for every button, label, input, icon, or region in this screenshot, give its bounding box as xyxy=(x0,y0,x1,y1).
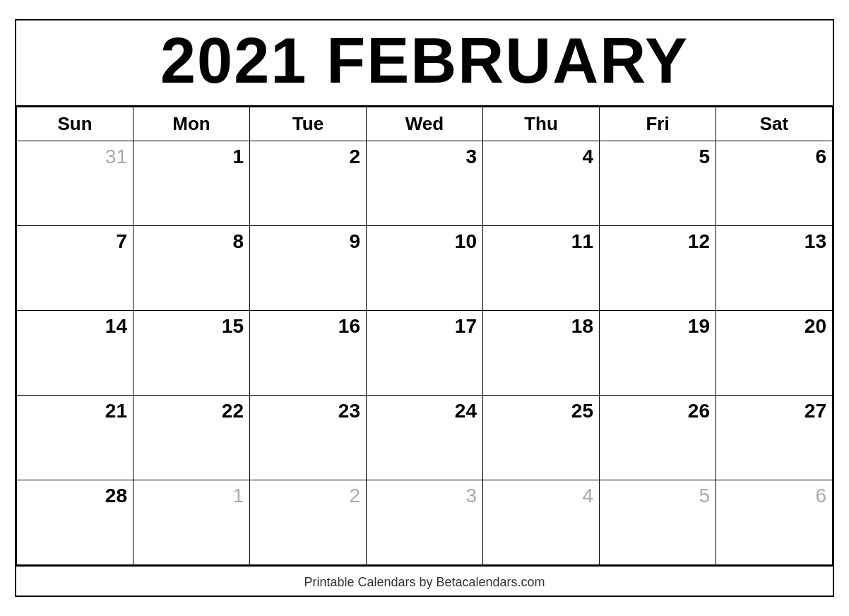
calendar-day-cell: 23 xyxy=(250,395,367,480)
calendar-title: 2021 FEBRUARY xyxy=(16,20,833,107)
calendar-day-cell: 7 xyxy=(17,225,133,310)
calendar-week-row: 78910111213 xyxy=(17,225,833,310)
weekday-header-tue: Tue xyxy=(250,107,367,141)
calendar-day-cell: 1 xyxy=(133,141,250,225)
calendar-week-row: 21222324252627 xyxy=(17,395,833,480)
weekday-header-sun: Sun xyxy=(17,107,133,141)
calendar-day-cell: 22 xyxy=(133,395,250,480)
calendar-day-cell: 10 xyxy=(367,225,483,310)
calendar-day-cell: 24 xyxy=(367,395,483,480)
footer-text: Printable Calendars by Betacalendars.com xyxy=(16,565,833,596)
calendar-week-row: 28123456 xyxy=(17,480,833,564)
calendar-table: SunMonTueWedThuFriSat 311234567891011121… xyxy=(16,107,833,565)
calendar-container: 2021 FEBRUARY SunMonTueWedThuFriSat 3112… xyxy=(15,19,834,597)
calendar-day-cell: 26 xyxy=(600,395,716,480)
calendar-week-row: 31123456 xyxy=(17,141,833,225)
weekday-header-wed: Wed xyxy=(367,107,483,141)
calendar-day-cell: 4 xyxy=(483,141,600,225)
calendar-day-cell: 13 xyxy=(716,225,833,310)
weekday-header-row: SunMonTueWedThuFriSat xyxy=(17,107,833,141)
calendar-day-cell: 16 xyxy=(250,310,367,395)
weekday-header-sat: Sat xyxy=(716,107,833,141)
calendar-day-cell: 14 xyxy=(17,310,133,395)
calendar-day-cell: 12 xyxy=(600,225,716,310)
calendar-day-cell: 6 xyxy=(716,141,833,225)
calendar-day-cell: 28 xyxy=(17,480,133,564)
calendar-day-cell: 6 xyxy=(716,480,833,564)
calendar-day-cell: 18 xyxy=(483,310,600,395)
calendar-day-cell: 3 xyxy=(367,480,483,564)
calendar-week-row: 14151617181920 xyxy=(17,310,833,395)
calendar-day-cell: 19 xyxy=(600,310,716,395)
calendar-day-cell: 17 xyxy=(367,310,483,395)
calendar-day-cell: 25 xyxy=(483,395,600,480)
calendar-day-cell: 15 xyxy=(133,310,250,395)
calendar-day-cell: 31 xyxy=(17,141,133,225)
calendar-day-cell: 27 xyxy=(716,395,833,480)
calendar-day-cell: 21 xyxy=(17,395,133,480)
calendar-day-cell: 2 xyxy=(250,480,367,564)
calendar-day-cell: 8 xyxy=(133,225,250,310)
calendar-day-cell: 9 xyxy=(250,225,367,310)
weekday-header-fri: Fri xyxy=(600,107,716,141)
calendar-day-cell: 11 xyxy=(483,225,600,310)
calendar-day-cell: 3 xyxy=(367,141,483,225)
calendar-day-cell: 2 xyxy=(250,141,367,225)
weekday-header-thu: Thu xyxy=(483,107,600,141)
weekday-header-mon: Mon xyxy=(133,107,250,141)
calendar-day-cell: 5 xyxy=(600,480,716,564)
calendar-day-cell: 4 xyxy=(483,480,600,564)
calendar-day-cell: 5 xyxy=(600,141,716,225)
calendar-day-cell: 1 xyxy=(133,480,250,564)
calendar-day-cell: 20 xyxy=(716,310,833,395)
